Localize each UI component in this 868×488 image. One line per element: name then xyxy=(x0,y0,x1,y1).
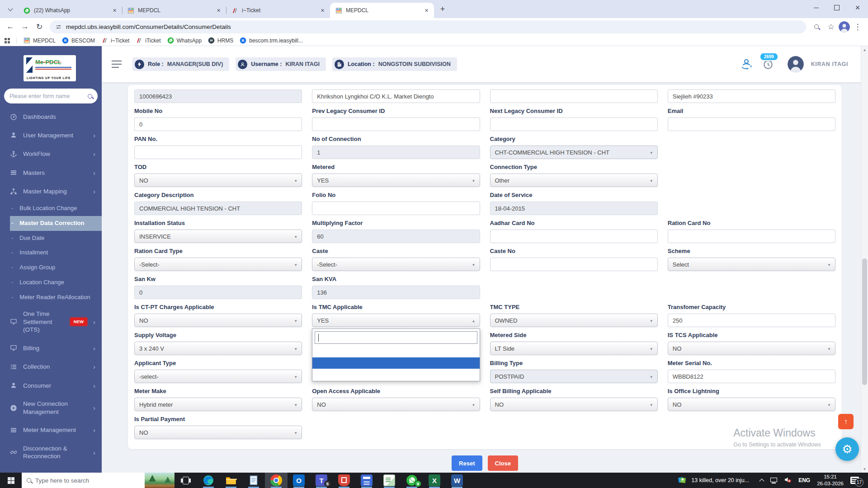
browser-tab[interactable]: MEPDCL xyxy=(122,3,226,18)
field-input[interactable]: YES xyxy=(312,174,480,187)
field-input[interactable]: INSERVICE xyxy=(134,230,302,243)
sidebar-item[interactable]: Meter Reader ReAllocation xyxy=(0,290,102,305)
reset-button[interactable]: Reset xyxy=(452,455,482,471)
taskbar-app[interactable] xyxy=(446,473,468,488)
sidebar-search-input[interactable] xyxy=(9,93,84,99)
dropdown-option[interactable] xyxy=(312,369,479,380)
field-input[interactable]: 18-04-2015 xyxy=(490,202,658,215)
browser-tab[interactable]: (22) WhatsApp xyxy=(18,3,122,18)
sidebar-item[interactable]: Consumer xyxy=(0,376,102,395)
bookmark-item[interactable]: WhatsApp xyxy=(164,36,205,45)
bookmark-item[interactable]: B bescom.trm.ieasybill... xyxy=(236,36,306,45)
taskbar-app[interactable] xyxy=(378,473,401,488)
field-input[interactable]: WBBD8122 xyxy=(668,370,835,383)
field-input[interactable]: -Select- xyxy=(312,258,480,271)
sidebar-item[interactable]: Location Change xyxy=(0,275,102,290)
profile-avatar[interactable] xyxy=(839,21,850,33)
field-input[interactable] xyxy=(490,117,658,131)
sidebar-item[interactable]: Master Mapping xyxy=(0,182,102,201)
sidebar-item[interactable]: Installment xyxy=(0,245,102,260)
close-icon[interactable] xyxy=(215,7,222,14)
sidebar-item[interactable]: Master Data Correction xyxy=(10,216,102,231)
field-input[interactable]: 0 xyxy=(134,286,302,299)
field-input[interactable]: 1000696423 xyxy=(134,89,302,103)
field-input[interactable]: 250 xyxy=(668,314,835,327)
menu-kebab-icon[interactable]: ⋮ xyxy=(851,20,864,33)
sidebar-item[interactable]: Due Date xyxy=(0,231,102,246)
field-input[interactable]: -select- xyxy=(134,370,302,383)
bookmark-item[interactable]: B BESCOM xyxy=(59,36,98,45)
sidebar-item[interactable]: Bulk Location Change xyxy=(0,201,102,216)
field-input[interactable]: Siejlieh #90233 xyxy=(668,89,835,103)
taskbar-app[interactable] xyxy=(175,473,197,488)
start-button[interactable] xyxy=(0,473,22,488)
field-input[interactable]: Hybrid meter xyxy=(134,398,302,411)
field-input[interactable] xyxy=(134,145,302,159)
taskbar-app[interactable] xyxy=(423,473,446,488)
sidebar-item[interactable]: User Management xyxy=(0,126,102,145)
field-input[interactable] xyxy=(312,202,480,215)
minimize-button[interactable] xyxy=(806,0,826,15)
field-input[interactable]: CHT-COMMERCIAL HIGH TENSION - CHT xyxy=(490,145,658,159)
field-input[interactable]: -Select- xyxy=(134,258,302,271)
taskbar-search[interactable] xyxy=(22,473,145,488)
scroll-down-button[interactable] xyxy=(861,465,868,473)
close-icon[interactable] xyxy=(319,7,326,14)
sidebar-item[interactable]: Disconnection & Reconnection xyxy=(0,440,102,465)
sidebar-search[interactable] xyxy=(4,89,98,103)
field-input[interactable]: Khrikshon Lyngkhoi C/O K.L. Market Dieng… xyxy=(312,89,480,103)
user-avatar[interactable] xyxy=(788,56,804,72)
field-input[interactable]: NO xyxy=(668,342,835,355)
scroll-to-top-button[interactable]: ↑ xyxy=(838,414,854,429)
back-icon[interactable]: ← xyxy=(4,20,17,33)
field-input[interactable]: 60 xyxy=(312,230,480,243)
sidebar-item[interactable]: One Time Settlement (OTS) NEW xyxy=(0,305,102,339)
taskbar-app[interactable] xyxy=(265,473,288,488)
taskbar-app[interactable]: 5 xyxy=(310,473,333,488)
field-input[interactable] xyxy=(668,230,835,243)
browser-tab[interactable]: i~Ticket xyxy=(226,3,330,18)
news-widget[interactable]: 13 killed, over 20 inju... xyxy=(672,475,755,485)
taskbar-app[interactable] xyxy=(355,473,378,488)
field-input[interactable]: COMMERCIAL HIGH TENSION - CHT xyxy=(134,202,302,215)
field-input[interactable] xyxy=(668,117,835,131)
field-input[interactable] xyxy=(490,89,658,103)
field-input[interactable]: 0 xyxy=(134,117,302,131)
taskbar-app[interactable] xyxy=(220,473,242,488)
apps-grid-icon[interactable] xyxy=(5,38,10,43)
dropdown-option[interactable] xyxy=(312,346,479,357)
field-input[interactable]: NO xyxy=(490,398,658,411)
field-input[interactable] xyxy=(490,258,658,271)
field-input[interactable]: 1 xyxy=(312,145,480,159)
field-input[interactable]: YES xyxy=(312,314,480,327)
sidebar-item[interactable]: New Connection Management xyxy=(0,395,102,421)
taskbar-app[interactable] xyxy=(288,473,310,488)
bookmark-item[interactable]: i~Ticket xyxy=(98,36,132,45)
close-icon[interactable] xyxy=(111,7,118,14)
bookmark-item[interactable]: iTicket xyxy=(132,36,164,45)
sidebar-item[interactable]: Dashboards xyxy=(0,108,102,126)
scrollbar-thumb[interactable] xyxy=(862,258,867,385)
tray-expand-icon[interactable] xyxy=(759,479,764,483)
sidebar-item[interactable]: Meter Management xyxy=(0,421,102,440)
field-input[interactable]: NO xyxy=(134,314,302,327)
taskbar-clock[interactable]: 15:21 26-03-2026 xyxy=(817,474,844,487)
field-input[interactable]: 136 xyxy=(312,286,480,299)
settings-gear-button[interactable]: ⚙ xyxy=(835,437,859,461)
dropdown-search[interactable] xyxy=(315,331,477,344)
taskbar-app[interactable] xyxy=(242,473,265,488)
widgets-image[interactable] xyxy=(145,473,175,488)
field-input[interactable]: OWNED xyxy=(490,314,658,327)
taskbar-search-input[interactable] xyxy=(35,477,140,484)
network-icon[interactable] xyxy=(770,478,777,482)
dropdown-search-input[interactable] xyxy=(315,332,476,343)
field-input[interactable]: Select xyxy=(668,258,835,271)
history-clock-icon[interactable]: 2699 xyxy=(762,58,774,70)
language-indicator[interactable]: ENG xyxy=(798,477,810,483)
sidebar-item[interactable]: Assign Group xyxy=(0,260,102,275)
close-icon[interactable] xyxy=(423,7,430,14)
page-scrollbar[interactable] xyxy=(861,46,868,473)
sidebar-item[interactable]: Collection xyxy=(0,357,102,376)
field-input[interactable]: LT Side xyxy=(490,342,658,355)
field-input[interactable]: Other xyxy=(490,174,658,187)
